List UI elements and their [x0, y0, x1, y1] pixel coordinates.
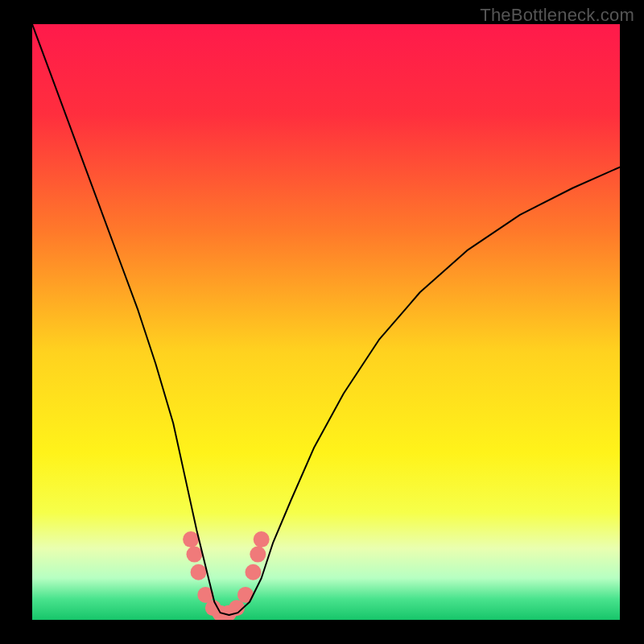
chart-frame: TheBottleneck.com	[0, 0, 644, 644]
marker-dot	[254, 531, 270, 547]
marker-dot	[250, 547, 266, 563]
marker-dot	[191, 564, 207, 580]
watermark-text: TheBottleneck.com	[480, 5, 634, 26]
plot-area	[32, 24, 620, 620]
marker-dot	[245, 564, 261, 580]
marker-dot	[183, 531, 199, 547]
gradient-background	[32, 24, 620, 620]
chart-svg	[32, 24, 620, 620]
marker-dot	[186, 547, 202, 563]
